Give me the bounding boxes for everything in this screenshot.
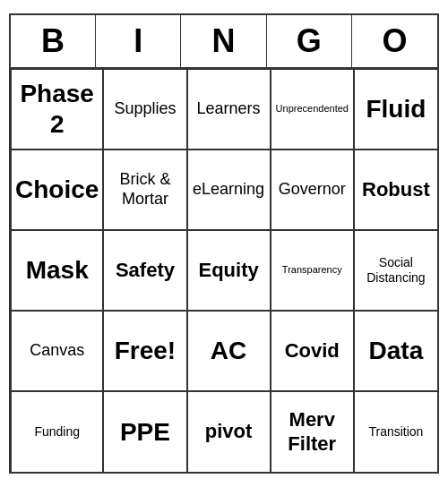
cell-text: Social Distancing — [366, 255, 425, 286]
cell-text: Data — [369, 336, 424, 366]
cell-text: Equity — [198, 259, 258, 282]
cell-text: Robust — [362, 178, 430, 201]
cell-text: pivot — [205, 420, 253, 443]
cell-text: Covid — [285, 339, 340, 363]
cell-text: Phase 2 — [20, 79, 94, 139]
cell-text: Free! — [115, 336, 176, 366]
cell-text: AC — [211, 336, 246, 366]
header-letter: N — [181, 15, 266, 67]
bingo-cell: Brick & Mortar — [103, 150, 186, 230]
bingo-cell: AC — [187, 311, 271, 391]
header-letter: G — [267, 15, 352, 67]
bingo-cell: Choice — [11, 150, 103, 230]
cell-text: Unprecendented — [276, 103, 349, 115]
bingo-grid: Phase 2SuppliesLearnersUnprecendentedFlu… — [11, 69, 437, 472]
bingo-cell: PPE — [103, 391, 186, 472]
bingo-cell: Supplies — [103, 69, 186, 150]
bingo-cell: Equity — [187, 230, 271, 311]
bingo-cell: Mask — [11, 230, 103, 311]
bingo-cell: Free! — [103, 311, 186, 391]
cell-text: Safety — [116, 259, 175, 282]
bingo-cell: Covid — [271, 311, 354, 391]
cell-text: Supplies — [114, 99, 176, 119]
cell-text: PPE — [120, 417, 170, 448]
cell-text: Learners — [197, 99, 261, 119]
cell-text: Choice — [15, 175, 99, 205]
bingo-cell: pivot — [187, 391, 271, 472]
cell-text: Governor — [279, 180, 346, 200]
cell-text: eLearning — [193, 180, 264, 200]
bingo-cell: Robust — [354, 150, 437, 230]
header-letter: O — [352, 15, 437, 67]
cell-text: Fluid — [366, 94, 426, 124]
bingo-cell: Canvas — [11, 311, 103, 391]
bingo-cell: Governor — [271, 150, 354, 230]
bingo-cell: Funding — [11, 391, 103, 472]
cell-text: Mask — [26, 255, 89, 286]
bingo-cell: Transparency — [271, 230, 354, 311]
cell-text: Brick & Mortar — [119, 170, 170, 209]
bingo-cell: Phase 2 — [11, 69, 103, 150]
bingo-cell: Data — [354, 311, 437, 391]
header-letter: I — [96, 15, 181, 67]
bingo-card: BINGO Phase 2SuppliesLearnersUnprecenden… — [9, 13, 439, 474]
cell-text: Transition — [368, 424, 423, 440]
cell-text: Funding — [34, 424, 80, 440]
bingo-cell: Fluid — [354, 69, 437, 150]
header-letter: B — [11, 15, 96, 67]
bingo-cell: Social Distancing — [354, 230, 437, 311]
bingo-cell: Unprecendented — [271, 69, 354, 150]
bingo-cell: Transition — [354, 391, 437, 472]
cell-text: Canvas — [30, 341, 84, 361]
cell-text: Transparency — [282, 264, 342, 276]
bingo-cell: Merv Filter — [271, 391, 354, 472]
bingo-cell: Safety — [103, 230, 186, 311]
bingo-cell: eLearning — [187, 150, 271, 230]
cell-text: Merv Filter — [288, 408, 336, 456]
bingo-header: BINGO — [11, 15, 437, 69]
bingo-cell: Learners — [187, 69, 271, 150]
